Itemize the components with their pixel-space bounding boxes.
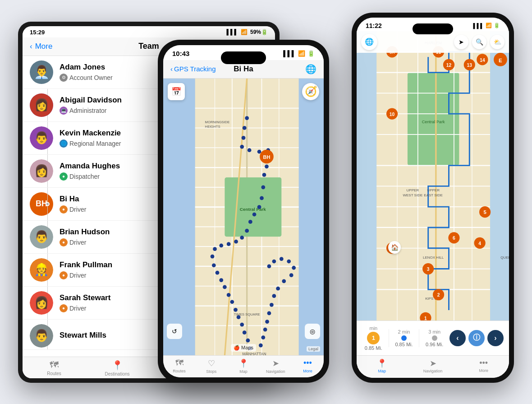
avatar: 👷 <box>30 258 53 282</box>
svg-text:13: 13 <box>467 62 472 67</box>
weather-button[interactable]: ⛅ <box>490 35 504 49</box>
avatar: BH <box>30 192 53 216</box>
svg-text:UPPER: UPPER <box>407 188 419 192</box>
phone1-map[interactable]: Central Park <box>163 79 324 355</box>
phone2: 11:22 ▲ ▌▌▌ 📶 🔋 <box>352 13 514 383</box>
divider <box>389 329 389 347</box>
svg-text:LENOX HILL: LENOX HILL <box>423 255 444 259</box>
svg-point-67 <box>270 302 274 306</box>
svg-text:Central Park: Central Park <box>240 207 266 212</box>
svg-text:10: 10 <box>390 111 395 116</box>
svg-point-63 <box>289 273 294 277</box>
battery-icon: 59%🔋 <box>250 29 268 35</box>
tablet-status-icons: ▌▌▌ 📶 59%🔋 <box>226 29 268 35</box>
phone2-tab-bar: 📍 Map ➤ Navigation ••• More <box>357 355 509 378</box>
step2-distance: 0.85 Mi. <box>395 342 413 347</box>
svg-text:WEST SIDE: WEST SIDE <box>403 193 422 197</box>
svg-text:5: 5 <box>483 209 486 215</box>
tablet-status-bar: 15:29 ▌▌▌ 📶 59%🔋 <box>23 26 275 37</box>
svg-text:6: 6 <box>453 236 455 241</box>
svg-point-42 <box>227 242 231 246</box>
svg-point-60 <box>280 257 284 261</box>
stops-icon: ♡ <box>208 358 215 368</box>
dynamic-island <box>221 51 266 64</box>
svg-point-56 <box>246 338 250 342</box>
map-icon: 📍 <box>377 358 387 368</box>
route-step-2: 2 min 0.85 Mi. <box>393 329 416 347</box>
divider2 <box>419 329 419 347</box>
tab-routes[interactable]: 🗺 Routes <box>163 358 195 374</box>
routes-icon: 🗺 <box>175 358 183 368</box>
phone2-map[interactable]: Central Park <box>357 31 509 320</box>
avatar: 👨 <box>30 324 53 348</box>
globe-icon[interactable]: 🌐 <box>305 64 316 74</box>
tab-more[interactable]: ••• More <box>458 358 509 373</box>
step3-time-label: 3 min <box>428 329 440 334</box>
scene: 15:29 ▌▌▌ 📶 59%🔋 ‹ More Team 🔍 <box>18 13 514 392</box>
phone2-bottom-panel: min 1 0.85 Mi. 2 min 0.85 Mi. 3 min <box>357 320 509 378</box>
nav-arrows: ‹ ⓘ › <box>449 330 504 346</box>
chevron-left-icon: ‹ <box>30 42 32 51</box>
svg-point-38 <box>248 220 252 224</box>
svg-text:TIMES SQUARE: TIMES SQUARE <box>234 312 260 316</box>
svg-point-47 <box>216 270 220 274</box>
connector-dot <box>46 202 50 206</box>
svg-text:BH: BH <box>263 154 271 160</box>
svg-point-24 <box>245 116 249 120</box>
home-marker: 🏠 <box>388 241 401 254</box>
svg-text:UPPER: UPPER <box>427 188 440 192</box>
svg-point-35 <box>260 196 264 200</box>
tablet-back-button[interactable]: ‹ More <box>30 42 52 51</box>
tab-map[interactable]: 📍 Map <box>357 358 408 373</box>
svg-text:2: 2 <box>437 293 440 297</box>
svg-text:QUEENS: QUEENS <box>500 255 509 259</box>
svg-point-37 <box>252 212 257 216</box>
navigation-icon: ➤ <box>272 358 279 368</box>
compass-button[interactable]: 🧭 <box>302 83 319 100</box>
svg-text:4: 4 <box>478 241 481 246</box>
compass-small-button[interactable]: ◎ <box>305 324 320 339</box>
search-button[interactable]: 🔍 <box>472 35 486 49</box>
next-button[interactable]: › <box>487 330 504 346</box>
battery-icon: 🔋 <box>494 23 500 28</box>
svg-point-26 <box>242 135 246 139</box>
refresh-button[interactable]: ↺ <box>167 324 182 339</box>
role-icon: ● <box>60 304 68 312</box>
map2-svg: Central Park <box>357 31 509 320</box>
map2-top-bar: 🌐 ➤ 🔍 ⛅ <box>357 31 509 53</box>
svg-point-52 <box>234 307 238 311</box>
wifi-icon: 📶 <box>486 23 492 28</box>
svg-point-39 <box>245 228 249 232</box>
svg-text:E: E <box>499 57 502 63</box>
svg-text:EAST SIDE: EAST SIDE <box>424 193 443 197</box>
prev-button[interactable]: ‹ <box>449 330 466 346</box>
tab-map[interactable]: 📍 Map <box>227 358 259 374</box>
svg-point-34 <box>261 185 265 189</box>
more-icon: ••• <box>479 358 488 368</box>
svg-point-55 <box>243 330 247 334</box>
svg-point-45 <box>211 254 215 258</box>
svg-marker-80 <box>357 31 376 320</box>
svg-rect-2 <box>299 79 324 355</box>
tab-more-label: More <box>303 369 312 373</box>
tab-destinations[interactable]: 📍 Destinations <box>86 360 149 376</box>
avatar: 👩 <box>30 93 53 117</box>
tab-stops[interactable]: ♡ Stops <box>195 358 227 374</box>
svg-text:1: 1 <box>424 316 427 320</box>
globe-button[interactable]: 🌐 <box>361 34 377 50</box>
svg-point-43 <box>219 243 223 247</box>
compass-button[interactable]: ➤ <box>454 35 468 49</box>
svg-point-64 <box>282 279 286 283</box>
tab-navigation[interactable]: ➤ Navigation <box>408 358 459 373</box>
phone2-status-icons: ▌▌▌ 📶 🔋 <box>473 23 500 28</box>
tab-destinations-label: Destinations <box>105 371 129 376</box>
tab-routes[interactable]: 🗺 Routes <box>23 360 86 376</box>
tab-more[interactable]: ••• More <box>292 358 324 374</box>
battery-icon: 🔋 <box>307 50 315 57</box>
tab-navigation[interactable]: ➤ Navigation <box>260 358 292 374</box>
svg-point-65 <box>276 286 280 290</box>
svg-marker-81 <box>490 31 509 320</box>
back-button[interactable]: ‹ GPS Tracking <box>170 65 216 73</box>
info-button[interactable]: ⓘ <box>468 330 485 346</box>
calendar-button[interactable]: 📅 <box>168 83 185 100</box>
